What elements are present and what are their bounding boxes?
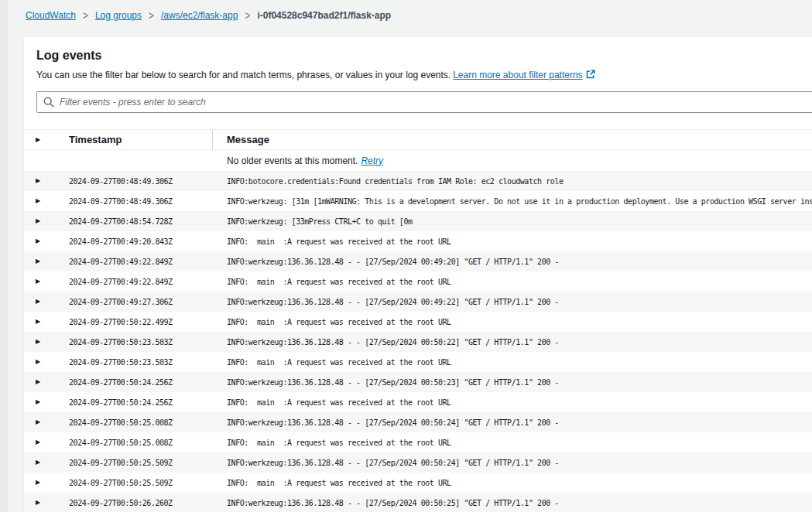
breadcrumb: CloudWatch>Log groups>/aws/ec2/flask-app… (26, 10, 391, 21)
message-cell: INFO:__main__:A request was received at … (212, 318, 812, 326)
expand-row-icon[interactable]: ▶ (24, 399, 69, 405)
timestamp-cell: 2024-09-27T00:50:25.008Z (69, 418, 212, 427)
timestamp-cell: 2024-09-27T00:50:24.256Z (69, 398, 212, 407)
expand-row-icon[interactable]: ▶ (24, 258, 69, 265)
timestamp-cell: 2024-09-27T00:49:20.843Z (69, 237, 212, 246)
table-row: ▶ 2024-09-27T00:49:20.843Z INFO:__main__… (24, 231, 812, 251)
table-row: ▶ 2024-09-27T00:50:25.509Z INFO:werkzeug… (24, 452, 812, 473)
expand-row-icon[interactable]: ▶ (24, 238, 69, 244)
description-text: You can use the filter bar below to sear… (36, 70, 451, 80)
log-events-panel: Log events You can use the filter bar be… (23, 36, 812, 512)
message-cell: INFO:botocore.credentials:Found credenti… (212, 177, 812, 186)
expand-row-icon[interactable]: ▶ (24, 459, 69, 466)
timestamp-cell: 2024-09-27T00:48:49.306Z (69, 177, 212, 186)
timestamp-cell: 2024-09-27T00:50:23.503Z (69, 358, 212, 367)
message-cell: INFO:__main__:A request was received at … (212, 358, 812, 367)
no-older-events-row: No older events at this moment.Retry (24, 150, 812, 171)
table-row: ▶ 2024-09-27T00:50:23.503Z INFO:__main__… (24, 352, 812, 372)
breadcrumb-link[interactable]: /aws/ec2/flask-app (161, 10, 238, 21)
panel-description: You can use the filter bar below to sear… (36, 70, 812, 81)
message-cell: INFO:werkzeug:136.36.128.48 - - [27/Sep/… (212, 499, 812, 507)
timestamp-cell: 2024-09-27T00:48:49.306Z (69, 197, 212, 206)
timestamp-cell: 2024-09-27T00:50:25.008Z (69, 439, 212, 447)
timestamp-cell: 2024-09-27T00:50:25.509Z (69, 479, 212, 487)
table-row: ▶ 2024-09-27T00:48:49.306Z INFO:werkzeug… (24, 191, 812, 211)
table-row: ▶ 2024-09-27T00:48:49.306Z INFO:botocore… (24, 171, 812, 191)
table-row: ▶ 2024-09-27T00:50:24.256Z INFO:werkzeug… (24, 372, 812, 392)
expand-row-icon[interactable]: ▶ (24, 339, 69, 345)
breadcrumb-separator-icon: > (83, 9, 88, 22)
breadcrumb-separator-icon: > (245, 9, 250, 22)
expand-row-icon[interactable]: ▶ (24, 299, 69, 305)
message-cell: INFO:werkzeug:136.36.128.48 - - [27/Sep/… (212, 378, 812, 387)
message-cell: INFO:__main__:A request was received at … (212, 479, 812, 487)
external-link-icon (586, 70, 595, 79)
expand-row-icon[interactable]: ▶ (24, 278, 69, 285)
timestamp-cell: 2024-09-27T00:50:26.260Z (69, 499, 212, 507)
timestamp-cell: 2024-09-27T00:49:27.306Z (69, 298, 212, 306)
table-row: ▶ 2024-09-27T00:49:22.849Z INFO:__main__… (24, 271, 812, 292)
message-cell: INFO:werkzeug:136.36.128.48 - - [27/Sep/… (212, 258, 812, 266)
table-row: ▶ 2024-09-27T00:49:27.306Z INFO:werkzeug… (24, 292, 812, 312)
timestamp-cell: 2024-09-27T00:49:22.849Z (69, 258, 212, 266)
filter-events-bar (36, 91, 812, 113)
column-header-message: Message (212, 130, 812, 149)
message-cell: INFO:__main__:A request was received at … (212, 237, 812, 246)
left-gutter (0, 0, 8, 512)
table-row: ▶ 2024-09-27T00:50:22.499Z INFO:__main__… (24, 312, 812, 332)
table-row: ▶ 2024-09-27T00:50:25.008Z INFO:__main__… (24, 432, 812, 452)
page-title: Log events (36, 48, 812, 63)
message-cell: INFO:__main__:A request was received at … (212, 398, 812, 407)
message-cell: INFO:werkzeug:136.36.128.48 - - [27/Sep/… (212, 418, 812, 427)
table-header-row: ▶ Timestamp Message (24, 129, 812, 150)
filter-events-input[interactable] (60, 92, 812, 112)
table-row: ▶ 2024-09-27T00:50:25.008Z INFO:werkzeug… (24, 412, 812, 432)
message-cell: INFO:__main__:A request was received at … (212, 278, 812, 286)
timestamp-cell: 2024-09-27T00:50:23.503Z (69, 338, 212, 346)
no-older-events-text: No older events at this moment. (227, 155, 358, 166)
expand-row-icon[interactable]: ▶ (24, 439, 69, 445)
message-cell: INFO:werkzeug:136.36.128.48 - - [27/Sep/… (212, 298, 812, 306)
expand-row-icon[interactable]: ▶ (24, 319, 69, 325)
timestamp-cell: 2024-09-27T00:48:54.728Z (69, 217, 212, 226)
breadcrumb-current: i-0f04528c947bad2f1/flask-app (257, 10, 391, 21)
log-events-table: ▶ Timestamp Message No older events at t… (24, 129, 812, 512)
table-row: ▶ 2024-09-27T00:48:54.728Z INFO:werkzeug… (24, 211, 812, 231)
expand-row-icon[interactable]: ▶ (24, 480, 69, 486)
message-cell: INFO:__main__:A request was received at … (212, 439, 812, 447)
message-cell: INFO:werkzeug:136.36.128.48 - - [27/Sep/… (212, 459, 812, 467)
retry-link[interactable]: Retry (361, 155, 383, 166)
breadcrumb-separator-icon: > (149, 9, 154, 22)
timestamp-cell: 2024-09-27T00:49:22.849Z (69, 278, 212, 286)
expand-row-icon[interactable]: ▶ (24, 178, 69, 184)
expand-row-icon[interactable]: ▶ (24, 500, 69, 506)
timestamp-cell: 2024-09-27T00:50:22.499Z (69, 318, 212, 326)
breadcrumb-link[interactable]: Log groups (95, 10, 142, 21)
timestamp-cell: 2024-09-27T00:50:24.256Z (69, 378, 212, 387)
table-row: ▶ 2024-09-27T00:50:25.509Z INFO:__main__… (24, 473, 812, 493)
column-header-timestamp: Timestamp (69, 134, 212, 145)
expand-row-icon[interactable]: ▶ (24, 198, 69, 204)
message-cell: INFO:werkzeug: [33mPress CTRL+C to quit … (212, 217, 812, 226)
message-cell: INFO:werkzeug:136.36.128.48 - - [27/Sep/… (212, 338, 812, 346)
table-row: ▶ 2024-09-27T00:50:23.503Z INFO:werkzeug… (24, 332, 812, 352)
log-rows-container: ▶ 2024-09-27T00:48:49.306Z INFO:botocore… (24, 171, 812, 512)
table-row: ▶ 2024-09-27T00:50:24.256Z INFO:__main__… (24, 392, 812, 412)
expand-row-icon[interactable]: ▶ (24, 359, 69, 365)
search-icon (43, 97, 54, 108)
message-cell: INFO:werkzeug: [31m [1mWARNING: This is … (212, 197, 812, 206)
breadcrumb-link[interactable]: CloudWatch (26, 10, 76, 21)
timestamp-cell: 2024-09-27T00:50:25.509Z (69, 459, 212, 467)
table-row: ▶ 2024-09-27T00:50:26.260Z INFO:werkzeug… (24, 493, 812, 512)
table-row: ▶ 2024-09-27T00:49:22.849Z INFO:werkzeug… (24, 251, 812, 271)
expand-row-icon[interactable]: ▶ (24, 218, 69, 224)
expand-row-icon[interactable]: ▶ (24, 379, 69, 385)
learn-more-link[interactable]: Learn more about filter patterns (453, 70, 582, 80)
expand-all-icon[interactable]: ▶ (24, 137, 69, 143)
expand-row-icon[interactable]: ▶ (24, 419, 69, 425)
